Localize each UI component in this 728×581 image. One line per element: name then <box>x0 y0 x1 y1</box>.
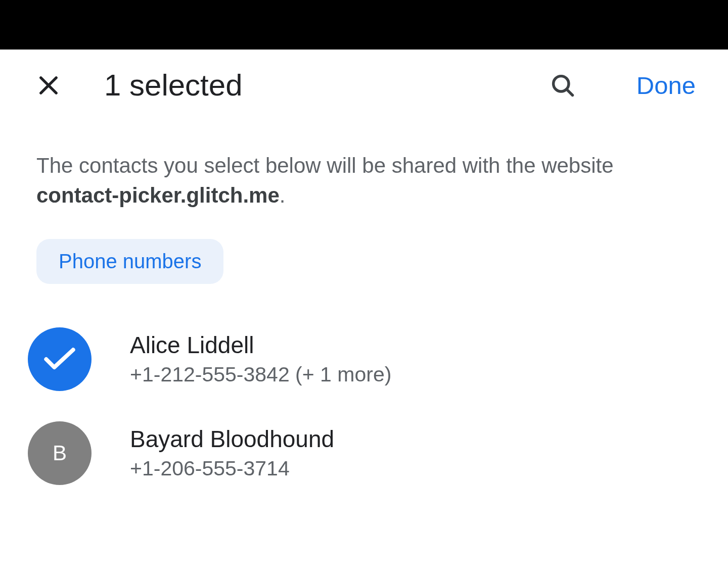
avatar-letter: B <box>53 441 67 465</box>
search-icon[interactable] <box>550 72 576 99</box>
description-suffix: . <box>280 183 286 207</box>
done-button[interactable]: Done <box>636 71 696 100</box>
contact-phone: +1-206-555-3714 <box>130 457 334 480</box>
header: 1 selected Done <box>0 50 728 121</box>
contact-avatar-selected <box>28 327 92 391</box>
description-prefix: The contacts you select below will be sh… <box>36 154 614 177</box>
chip-container: Phone numbers <box>0 211 728 284</box>
description-website: contact-picker.glitch.me <box>36 183 280 207</box>
contact-info: Alice Liddell +1-212-555-3842 (+ 1 more) <box>130 331 391 386</box>
contact-list: Alice Liddell +1-212-555-3842 (+ 1 more)… <box>0 284 728 500</box>
status-bar <box>0 0 728 50</box>
selection-count-title: 1 selected <box>104 68 517 103</box>
check-icon <box>43 347 76 372</box>
contact-info: Bayard Bloodhound +1-206-555-3714 <box>130 425 334 480</box>
contact-name: Alice Liddell <box>130 331 391 359</box>
contact-phone: +1-212-555-3842 (+ 1 more) <box>130 363 391 386</box>
contact-row[interactable]: Alice Liddell +1-212-555-3842 (+ 1 more) <box>28 312 700 406</box>
svg-line-3 <box>567 89 573 95</box>
close-icon[interactable] <box>35 72 62 99</box>
contact-row[interactable]: B Bayard Bloodhound +1-206-555-3714 <box>28 406 700 500</box>
contact-avatar-unselected: B <box>28 421 92 485</box>
share-description: The contacts you select below will be sh… <box>0 121 728 211</box>
contact-name: Bayard Bloodhound <box>130 425 334 453</box>
phone-numbers-chip[interactable]: Phone numbers <box>36 239 223 284</box>
